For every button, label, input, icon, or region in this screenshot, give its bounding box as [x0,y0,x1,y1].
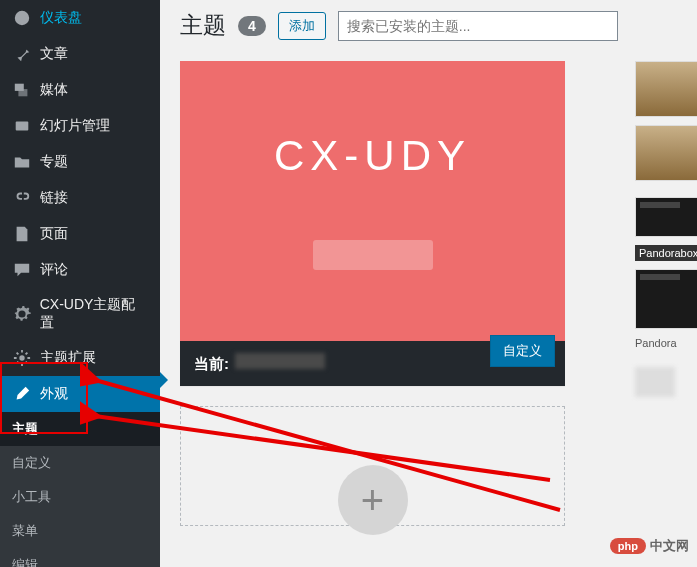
link-icon [12,188,32,208]
sidebar-label: CX-UDY主题配置 [40,296,148,332]
theme-count-badge: 4 [238,16,266,36]
theme-card-active[interactable]: CX-UDY 当前: 自定义 [180,61,565,386]
theme-column-main: CX-UDY 当前: 自定义 + [180,61,565,526]
plus-icon: + [338,465,408,535]
theme-column-side: Pandorabox Pandora [635,61,697,526]
submenu-item-editor[interactable]: 编辑 [0,548,160,567]
submenu-item-themes[interactable]: 主题 [0,412,160,446]
appearance-submenu: 主题 自定义 小工具 菜单 编辑 [0,412,160,567]
pin-icon [12,44,32,64]
sidebar-label: 链接 [40,189,68,207]
add-theme-button[interactable]: 添加 [278,12,326,40]
sidebar-item-cxudy[interactable]: CX-UDY主题配置 [0,288,160,340]
theme-thumbnail-small[interactable] [635,61,697,117]
theme-thumbnail-small[interactable] [635,197,697,237]
add-new-theme-card[interactable]: + [180,406,565,526]
theme-name-redacted [235,353,325,369]
theme-thumbnail-small[interactable] [635,269,697,329]
theme-thumbnail-title: CX-UDY [274,132,471,180]
sidebar-label: 主题扩展 [40,349,96,367]
sidebar-label: 页面 [40,225,68,243]
svg-rect-2 [16,122,29,131]
theme-thumbnail-small[interactable] [635,125,697,181]
watermark-badge: php [610,538,646,554]
watermark: php 中文网 [610,537,689,555]
main-content: 主题 4 添加 CX-UDY 当前: 自定义 + [160,0,697,567]
page-title: 主题 [180,10,226,41]
sidebar-item-links[interactable]: 链接 [0,180,160,216]
dashboard-icon [12,8,32,28]
comment-icon [12,260,32,280]
sidebar-label: 专题 [40,153,68,171]
folder-icon [12,152,32,172]
slides-icon [12,116,32,136]
svg-point-3 [19,355,24,360]
admin-sidebar: 仪表盘 文章 媒体 幻灯片管理 专题 链接 页面 评论 CX-UDY主题配置 主… [0,0,160,567]
submenu-item-widgets[interactable]: 小工具 [0,480,160,514]
themes-grid: CX-UDY 当前: 自定义 + Pandorabox [180,61,677,526]
sidebar-item-dashboard[interactable]: 仪表盘 [0,0,160,36]
sidebar-label: 文章 [40,45,68,63]
sidebar-item-comments[interactable]: 评论 [0,252,160,288]
search-themes-input[interactable] [338,11,618,41]
brush-icon [12,384,32,404]
page-header: 主题 4 添加 [180,10,677,41]
page-icon [12,224,32,244]
sidebar-label: 幻灯片管理 [40,117,110,135]
media-icon [12,80,32,100]
gear-icon [12,348,32,368]
theme-thumbnail: CX-UDY [180,61,565,341]
sidebar-item-theme-ext[interactable]: 主题扩展 [0,340,160,376]
theme-card-footer: 当前: 自定义 [180,341,565,386]
submenu-item-menus[interactable]: 菜单 [0,514,160,548]
theme-label: Pandora [635,337,697,349]
theme-current-prefix: 当前: [194,355,229,374]
sidebar-label: 评论 [40,261,68,279]
submenu-item-customize[interactable]: 自定义 [0,446,160,480]
sidebar-label: 媒体 [40,81,68,99]
sidebar-item-pages[interactable]: 页面 [0,216,160,252]
svg-rect-1 [18,89,27,96]
gear-icon [12,304,32,324]
theme-label: Pandorabox [635,245,697,261]
customize-button[interactable]: 自定义 [490,335,555,367]
sidebar-item-posts[interactable]: 文章 [0,36,160,72]
sidebar-item-media[interactable]: 媒体 [0,72,160,108]
theme-thumbnail-sub [313,240,433,270]
blurred-block [635,367,675,397]
sidebar-item-topics[interactable]: 专题 [0,144,160,180]
sidebar-label: 仪表盘 [40,9,82,27]
sidebar-item-slides[interactable]: 幻灯片管理 [0,108,160,144]
sidebar-label: 外观 [40,385,68,403]
sidebar-item-appearance[interactable]: 外观 [0,376,160,412]
watermark-text: 中文网 [650,537,689,555]
